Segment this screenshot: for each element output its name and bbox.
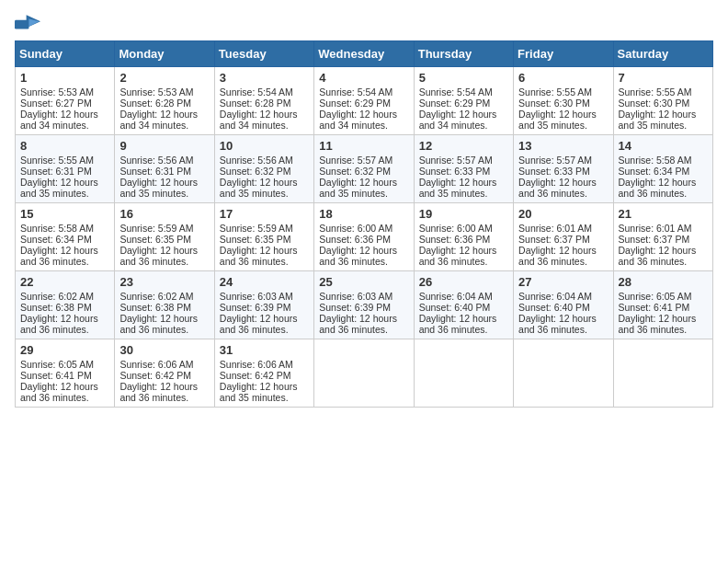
day-number: 10 [220, 139, 309, 153]
day-number: 7 [619, 71, 708, 85]
calendar-cell [414, 339, 513, 408]
calendar-cell: 17 Sunrise: 5:59 AM Sunset: 6:35 PM Dayl… [214, 203, 313, 271]
sunrise-label: Sunrise: 5:54 AM [220, 86, 293, 98]
logo [15, 15, 44, 33]
day-number: 3 [220, 71, 309, 85]
daylight-label: Daylight: 12 hours and 36 minutes. [119, 381, 198, 403]
calendar-cell: 31 Sunrise: 6:06 AM Sunset: 6:42 PM Dayl… [214, 339, 313, 408]
sunrise-label: Sunrise: 5:59 AM [220, 223, 293, 234]
sunset-label: Sunset: 6:32 PM [319, 166, 391, 177]
daylight-label: Daylight: 12 hours and 36 minutes. [220, 245, 298, 267]
calendar-cell: 21 Sunrise: 6:01 AM Sunset: 6:37 PM Dayl… [613, 203, 712, 271]
day-number: 26 [419, 275, 508, 289]
sunset-label: Sunset: 6:32 PM [220, 166, 291, 177]
sunset-label: Sunset: 6:34 PM [20, 234, 92, 245]
sunset-label: Sunset: 6:39 PM [319, 302, 391, 313]
sunset-label: Sunset: 6:35 PM [119, 234, 191, 245]
daylight-label: Daylight: 12 hours and 36 minutes. [319, 313, 397, 335]
day-number: 19 [419, 207, 508, 221]
sunset-label: Sunset: 6:27 PM [20, 98, 92, 109]
daylight-label: Daylight: 12 hours and 36 minutes. [619, 177, 697, 199]
sunset-label: Sunset: 6:28 PM [220, 98, 291, 109]
sunset-label: Sunset: 6:42 PM [220, 370, 291, 381]
sunrise-label: Sunrise: 5:57 AM [419, 155, 493, 166]
sunset-label: Sunset: 6:29 PM [419, 98, 491, 109]
day-number: 1 [20, 71, 109, 85]
calendar-cell: 28 Sunrise: 6:05 AM Sunset: 6:41 PM Dayl… [613, 271, 712, 339]
day-number: 15 [20, 207, 109, 221]
sunset-label: Sunset: 6:36 PM [319, 234, 391, 245]
daylight-label: Daylight: 12 hours and 35 minutes. [220, 381, 298, 403]
calendar-cell: 16 Sunrise: 5:59 AM Sunset: 6:35 PM Dayl… [115, 203, 214, 271]
sunrise-label: Sunrise: 6:04 AM [419, 291, 493, 302]
calendar-cell: 27 Sunrise: 6:04 AM Sunset: 6:40 PM Dayl… [514, 271, 613, 339]
sunrise-label: Sunrise: 6:05 AM [20, 359, 94, 370]
sunset-label: Sunset: 6:41 PM [20, 370, 92, 381]
day-header-saturday: Saturday [613, 41, 712, 67]
sunset-label: Sunset: 6:38 PM [20, 302, 92, 313]
calendar-cell: 7 Sunrise: 5:55 AM Sunset: 6:30 PM Dayli… [613, 67, 712, 135]
daylight-label: Daylight: 12 hours and 36 minutes. [619, 245, 697, 267]
sunrise-label: Sunrise: 5:54 AM [419, 86, 493, 98]
sunset-label: Sunset: 6:40 PM [518, 302, 590, 313]
sunrise-label: Sunrise: 5:55 AM [518, 86, 592, 98]
calendar-week-row: 1 Sunrise: 5:53 AM Sunset: 6:27 PM Dayli… [16, 67, 713, 135]
sunset-label: Sunset: 6:38 PM [119, 302, 191, 313]
day-number: 9 [119, 139, 209, 153]
sunset-label: Sunset: 6:33 PM [419, 166, 491, 177]
daylight-label: Daylight: 12 hours and 34 minutes. [419, 109, 497, 131]
daylight-label: Daylight: 12 hours and 36 minutes. [20, 245, 98, 267]
sunrise-label: Sunrise: 5:55 AM [20, 155, 94, 166]
daylight-label: Daylight: 12 hours and 35 minutes. [518, 109, 597, 131]
sunrise-label: Sunrise: 5:53 AM [20, 86, 94, 98]
day-number: 8 [20, 139, 109, 153]
day-number: 20 [518, 207, 608, 221]
calendar-cell: 30 Sunrise: 6:06 AM Sunset: 6:42 PM Dayl… [115, 339, 214, 408]
sunset-label: Sunset: 6:37 PM [518, 234, 590, 245]
daylight-label: Daylight: 12 hours and 36 minutes. [518, 313, 597, 335]
day-number: 31 [220, 343, 309, 357]
calendar-cell: 1 Sunrise: 5:53 AM Sunset: 6:27 PM Dayli… [16, 67, 115, 135]
day-number: 4 [319, 71, 408, 85]
daylight-label: Daylight: 12 hours and 36 minutes. [119, 313, 198, 335]
sunrise-label: Sunrise: 5:57 AM [319, 155, 392, 166]
sunrise-label: Sunrise: 5:55 AM [619, 86, 692, 98]
calendar-cell: 29 Sunrise: 6:05 AM Sunset: 6:41 PM Dayl… [16, 339, 115, 408]
day-number: 6 [518, 71, 608, 85]
daylight-label: Daylight: 12 hours and 36 minutes. [220, 313, 298, 335]
calendar-cell: 11 Sunrise: 5:57 AM Sunset: 6:32 PM Dayl… [314, 135, 414, 203]
day-number: 17 [220, 207, 309, 221]
day-number: 30 [119, 343, 209, 357]
calendar-cell: 19 Sunrise: 6:00 AM Sunset: 6:36 PM Dayl… [414, 203, 513, 271]
sunset-label: Sunset: 6:41 PM [619, 302, 690, 313]
daylight-label: Daylight: 12 hours and 36 minutes. [20, 313, 98, 335]
day-number: 27 [518, 275, 608, 289]
calendar-cell: 2 Sunrise: 5:53 AM Sunset: 6:28 PM Dayli… [115, 67, 214, 135]
day-number: 23 [119, 275, 209, 289]
sunrise-label: Sunrise: 6:06 AM [220, 359, 293, 370]
calendar-cell: 26 Sunrise: 6:04 AM Sunset: 6:40 PM Dayl… [414, 271, 513, 339]
sunrise-label: Sunrise: 5:54 AM [319, 86, 392, 98]
daylight-label: Daylight: 12 hours and 35 minutes. [20, 177, 98, 199]
calendar-cell: 3 Sunrise: 5:54 AM Sunset: 6:28 PM Dayli… [214, 67, 313, 135]
sunset-label: Sunset: 6:28 PM [119, 98, 191, 109]
day-number: 11 [319, 139, 408, 153]
day-number: 18 [319, 207, 408, 221]
day-number: 16 [119, 207, 209, 221]
sunrise-label: Sunrise: 5:56 AM [220, 155, 293, 166]
daylight-label: Daylight: 12 hours and 34 minutes. [119, 109, 198, 131]
sunset-label: Sunset: 6:37 PM [619, 234, 690, 245]
sunrise-label: Sunrise: 6:00 AM [319, 223, 392, 234]
sunset-label: Sunset: 6:34 PM [619, 166, 690, 177]
sunrise-label: Sunrise: 5:59 AM [119, 223, 193, 234]
daylight-label: Daylight: 12 hours and 34 minutes. [319, 109, 397, 131]
calendar-cell: 13 Sunrise: 5:57 AM Sunset: 6:33 PM Dayl… [514, 135, 613, 203]
day-header-tuesday: Tuesday [214, 41, 313, 67]
day-number: 28 [619, 275, 708, 289]
day-header-monday: Monday [115, 41, 214, 67]
daylight-label: Daylight: 12 hours and 34 minutes. [220, 109, 298, 131]
daylight-label: Daylight: 12 hours and 35 minutes. [220, 177, 298, 199]
calendar-cell [613, 339, 712, 408]
calendar-cell: 10 Sunrise: 5:56 AM Sunset: 6:32 PM Dayl… [214, 135, 313, 203]
sunrise-label: Sunrise: 5:57 AM [518, 155, 592, 166]
